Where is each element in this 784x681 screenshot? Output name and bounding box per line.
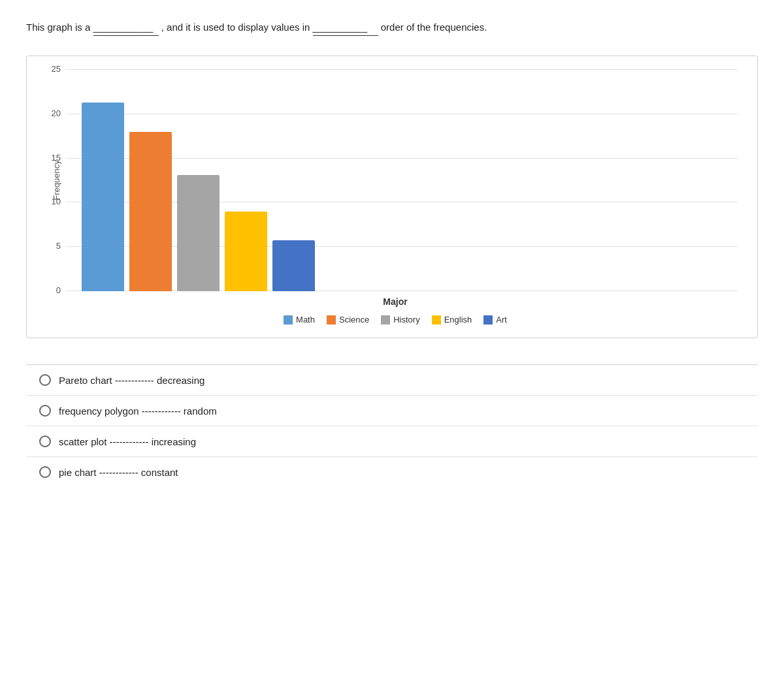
legend-label-math: Math bbox=[296, 315, 315, 325]
y-tick-label: 10 bbox=[41, 197, 61, 206]
radio-a[interactable] bbox=[39, 374, 51, 386]
bar-history bbox=[177, 175, 220, 291]
radio-d[interactable] bbox=[39, 466, 51, 478]
x-axis-title: Major bbox=[53, 296, 738, 307]
bar-science bbox=[129, 132, 172, 291]
option-text-a: Pareto chart ------------ decreasing bbox=[59, 375, 204, 386]
legend-label-science: Science bbox=[339, 315, 369, 325]
chart-inner: 2520151050 bbox=[66, 69, 738, 291]
legend-color-math bbox=[284, 315, 293, 325]
y-tick-label: 5 bbox=[41, 241, 61, 251]
legend-item-art: Art bbox=[483, 315, 507, 325]
option-row-c[interactable]: scatter plot ------------ increasing bbox=[26, 426, 758, 457]
option-text-c: scatter plot ------------ increasing bbox=[59, 436, 196, 447]
options-section: Pareto chart ------------ decreasingfreq… bbox=[26, 364, 758, 487]
legend-label-history: History bbox=[393, 315, 419, 325]
chart-container: Frequency 2520151050 Major MathScienceHi… bbox=[26, 55, 758, 338]
option-row-b[interactable]: frequency polygon ------------ random bbox=[26, 396, 758, 426]
bar-wrapper bbox=[177, 69, 220, 291]
legend-item-science: Science bbox=[327, 315, 369, 325]
blank-1: ___________ bbox=[93, 20, 159, 36]
legend-color-history bbox=[381, 315, 390, 325]
y-tick-label: 20 bbox=[41, 108, 61, 118]
legend-item-history: History bbox=[381, 315, 419, 325]
bar-art bbox=[272, 240, 315, 291]
bar-english bbox=[225, 212, 267, 291]
bars-row bbox=[66, 69, 738, 291]
chart-area: Frequency 2520151050 bbox=[66, 69, 738, 291]
radio-c[interactable] bbox=[39, 436, 51, 447]
option-text-d: pie chart ------------ constant bbox=[59, 467, 178, 478]
legend-color-science bbox=[327, 315, 336, 325]
bar-wrapper bbox=[272, 69, 315, 291]
y-tick-label: 25 bbox=[41, 64, 61, 74]
option-text-b: frequency polygon ------------ random bbox=[59, 405, 217, 417]
y-tick-label: 0 bbox=[41, 285, 61, 295]
x-axis-area: Major MathScienceHistoryEnglishArt bbox=[66, 296, 738, 325]
bar-wrapper bbox=[82, 69, 124, 291]
bar-math bbox=[82, 103, 124, 291]
legend-label-art: Art bbox=[496, 315, 507, 325]
y-tick-label: 15 bbox=[41, 153, 61, 163]
legend-label-english: English bbox=[444, 315, 472, 325]
y-axis-label: Frequency bbox=[52, 160, 61, 200]
option-row-d[interactable]: pie chart ------------ constant bbox=[26, 457, 758, 487]
chart-legend: MathScienceHistoryEnglishArt bbox=[53, 315, 738, 325]
question-text: This graph is a ___________ , and it is … bbox=[26, 20, 758, 36]
legend-color-art bbox=[483, 315, 493, 325]
bar-wrapper bbox=[129, 69, 172, 291]
blank-2: __________ bbox=[313, 20, 378, 36]
legend-item-math: Math bbox=[284, 315, 315, 325]
question-middle: , and it is used to display values in bbox=[161, 22, 310, 33]
question-prefix: This graph is a bbox=[26, 22, 90, 33]
bar-wrapper bbox=[225, 69, 267, 291]
radio-b[interactable] bbox=[39, 405, 51, 417]
option-row-a[interactable]: Pareto chart ------------ decreasing bbox=[26, 365, 758, 396]
question-suffix: order of the frequencies. bbox=[381, 22, 487, 33]
legend-color-english bbox=[432, 315, 441, 325]
legend-item-english: English bbox=[432, 315, 472, 325]
